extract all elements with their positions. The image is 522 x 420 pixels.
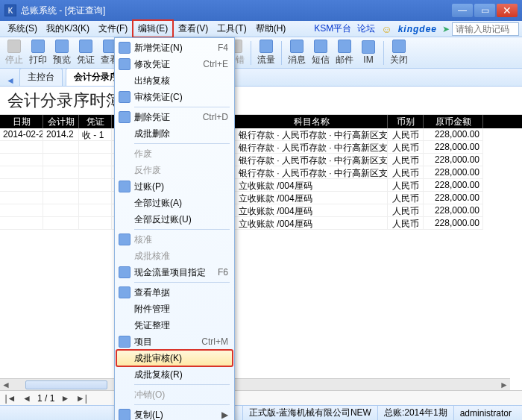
- menu-5[interactable]: 工具(T): [213, 21, 251, 37]
- col-currency[interactable]: 币别: [388, 115, 424, 128]
- tool-label: 打印: [29, 54, 47, 66]
- tool-icon: [314, 40, 327, 53]
- menu-item-label: 查看单据: [134, 286, 228, 299]
- smiley-icon: ☺: [381, 23, 392, 35]
- tool-label: 消息: [288, 54, 306, 66]
- brand-logo: kingdee: [398, 24, 437, 34]
- menu-item-label: 全部反过账(U): [134, 213, 228, 226]
- nav-prev[interactable]: ◄: [21, 393, 33, 404]
- tab-nav-prev[interactable]: ◄: [4, 75, 16, 86]
- menu-item-accel: Ctrl+M: [201, 336, 228, 347]
- menu-item-出纳复核[interactable]: 出纳复核: [116, 72, 233, 89]
- menu-3[interactable]: 编辑(E): [132, 19, 174, 38]
- table-row[interactable]: 立收账款 /004厘码人民币228,000.00: [0, 204, 522, 217]
- status-user: administrator: [453, 406, 518, 420]
- window-close[interactable]: ✕: [497, 4, 518, 17]
- menu-item-label: 成批审核(K): [134, 352, 227, 365]
- menu-item-label: 修改凭证: [134, 58, 203, 71]
- menu-item-icon: [119, 266, 130, 278]
- tool-停止: 停止: [3, 39, 25, 67]
- nav-last[interactable]: ►|: [75, 393, 87, 404]
- menu-item-label: 新增凭证(N): [134, 42, 218, 54]
- search-icon[interactable]: ➤: [440, 24, 452, 34]
- scroll-thumb[interactable]: [25, 380, 107, 389]
- menu-item-审核凭证(C)[interactable]: 审核凭证(C): [116, 89, 233, 105]
- tool-预览[interactable]: 预览: [51, 39, 73, 67]
- menu-item-新增凭证(N)[interactable]: 新增凭证(N)F4: [116, 40, 233, 56]
- titlebar: K 总账系统 - [凭证查询] — ▭ ✕: [0, 0, 522, 21]
- scroll-left-arrow[interactable]: ◄: [0, 380, 12, 390]
- status-period: 总账:2014年1期: [377, 406, 453, 420]
- tool-IM[interactable]: IM: [357, 39, 380, 67]
- tool-icon: [290, 40, 304, 53]
- menu-item-现金流量项目指定[interactable]: 现金流量项目指定F6: [116, 264, 233, 280]
- nav-next[interactable]: ►: [59, 393, 71, 404]
- menu-item-icon: [119, 286, 130, 298]
- menu-4[interactable]: 查看(V): [174, 21, 213, 37]
- tool-消息[interactable]: 消息: [286, 39, 308, 67]
- menu-item-成批复核(R)[interactable]: 成批复核(R): [116, 366, 233, 383]
- menu-item-成批审核(K)[interactable]: 成批审核(K): [116, 350, 233, 366]
- tool-label: IM: [363, 54, 373, 65]
- tool-label: 凭证: [77, 54, 95, 66]
- table-row[interactable]: 银行存款 · 人民币存款 · 中行高新区支行人民币228,000.00: [0, 141, 522, 154]
- menu-item-项目[interactable]: 项目Ctrl+M: [116, 333, 233, 350]
- tool-icon: [338, 40, 351, 53]
- menu-item-accel: Ctrl+E: [203, 59, 228, 69]
- scroll-right-arrow[interactable]: ►: [498, 380, 510, 390]
- table-row[interactable]: 立收账款 /004厘码人民币228,000.00: [0, 192, 522, 204]
- tool-label: 邮件: [336, 54, 353, 66]
- tab-0[interactable]: 主控台: [19, 68, 63, 86]
- menu-item-全部过账(A)[interactable]: 全部过账(A): [116, 195, 233, 211]
- tool-label: 关闭: [390, 54, 408, 66]
- table-row[interactable]: 银行存款 · 人民币存款 · 中行高新区支行人民币228,000.00: [0, 166, 522, 179]
- nav-first[interactable]: |◄: [4, 393, 16, 404]
- menu-2[interactable]: 文件(F): [94, 21, 132, 37]
- scrollbar-horizontal[interactable]: ◄ ►: [0, 378, 510, 390]
- menu-item-icon: [119, 42, 130, 54]
- tool-打印[interactable]: 打印: [27, 39, 49, 67]
- tool-邮件[interactable]: 邮件: [333, 39, 356, 67]
- menu-item-全部反过账(U)[interactable]: 全部反过账(U): [116, 211, 233, 228]
- col-date[interactable]: 日期: [0, 115, 43, 128]
- link-forum[interactable]: 论坛: [357, 22, 375, 35]
- tool-icon: [55, 40, 69, 53]
- tool-短信[interactable]: 短信: [309, 39, 332, 67]
- menu-item-label: 全部过账(A): [134, 197, 228, 210]
- menu-item-成批核准: 成批核准: [116, 248, 233, 264]
- window-minimize[interactable]: —: [452, 4, 473, 17]
- menu-item-icon: [119, 111, 130, 123]
- col-amount[interactable]: 原币金额: [424, 115, 483, 128]
- tool-凭证[interactable]: 凭证: [75, 39, 97, 67]
- menu-item-过账(P)[interactable]: 过账(P): [116, 178, 233, 195]
- menu-item-accel: Ctrl+D: [203, 112, 228, 122]
- table-row[interactable]: 2014-02-252014.2收 - 1银行存款 · 人民币存款 · 中行高新…: [0, 128, 522, 141]
- col-vno[interactable]: 凭证字号: [79, 115, 112, 128]
- menubar: 系统(S)我的K/3(K)文件(F)编辑(E)查看(V)工具(T)帮助(H)KS…: [0, 21, 522, 37]
- window-maximize[interactable]: ▭: [474, 4, 495, 17]
- tool-关闭[interactable]: 关闭: [388, 39, 410, 67]
- col-period[interactable]: 会计期间: [43, 115, 79, 128]
- menu-item-label: 成批删除: [134, 128, 228, 140]
- menu-1[interactable]: 我的K/3(K): [42, 21, 94, 37]
- link-ksm_platform[interactable]: KSM平台: [314, 22, 351, 35]
- menu-item-成批删除[interactable]: 成批删除: [116, 125, 233, 142]
- menu-item-凭证整理[interactable]: 凭证整理: [116, 317, 233, 333]
- table-row[interactable]: 立收账款 /004厘码人民币228,000.00: [0, 217, 522, 230]
- menu-item-label: 删除凭证: [134, 111, 203, 124]
- menu-item-删除凭证[interactable]: 删除凭证Ctrl+D: [116, 109, 233, 125]
- menu-item-复制(L)[interactable]: 复制(L)▶: [116, 407, 233, 420]
- table-row[interactable]: 立收账款 /004厘码人民币228,000.00: [0, 179, 522, 192]
- menu-0[interactable]: 系统(S): [3, 21, 42, 37]
- menu-6[interactable]: 帮助(H): [251, 21, 291, 37]
- menu-item-label: 复制(L): [134, 409, 221, 421]
- table-row[interactable]: 银行存款 · 人民币存款 · 中行高新区支行人民币228,000.00: [0, 154, 522, 166]
- menu-item-修改凭证[interactable]: 修改凭证Ctrl+E: [116, 56, 233, 72]
- menu-item-查看单据[interactable]: 查看单据: [116, 284, 233, 301]
- tool-流量[interactable]: 流量: [255, 39, 277, 67]
- menu-item-label: 过账(P): [134, 181, 228, 193]
- menu-item-label: 凭证整理: [134, 319, 228, 332]
- grid: 日期 会计期间 凭证字号 科目名称 币别 原币金额 2014-02-252014…: [0, 115, 522, 230]
- menu-item-附件管理[interactable]: 附件管理: [116, 301, 233, 317]
- helpcode-input[interactable]: [452, 22, 519, 36]
